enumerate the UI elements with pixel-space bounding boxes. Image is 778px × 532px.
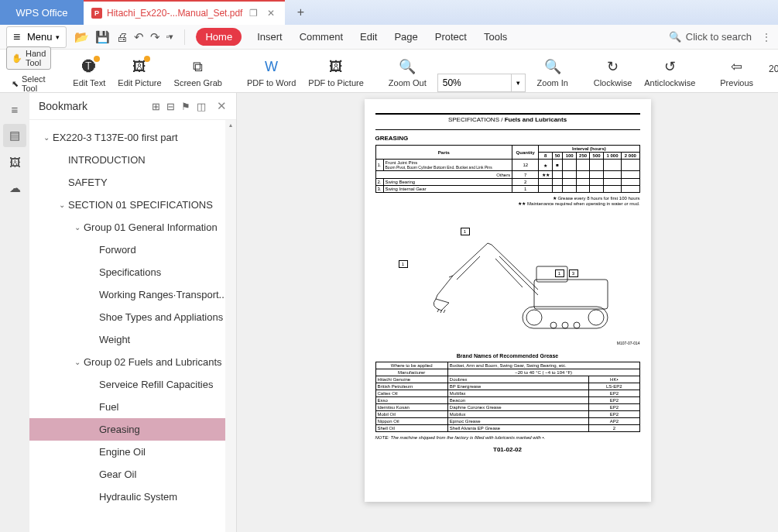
- bookmark-label: Fuel: [99, 401, 118, 413]
- page-number: T01-02-02: [375, 446, 640, 453]
- rail-bookmark-icon[interactable]: ▤: [3, 124, 26, 147]
- bookmark-item[interactable]: ⌄Group 01 General Information: [29, 216, 236, 239]
- previous-button[interactable]: ⇦ Previous: [714, 54, 759, 92]
- menu-page[interactable]: Page: [392, 26, 419, 47]
- undo-icon[interactable]: ↶: [134, 30, 144, 44]
- rotate-cw-icon: ↻: [603, 57, 622, 76]
- document-tab[interactable]: P Hitachi_Ex220-...Manual_Set.pdf ❐ ✕: [84, 0, 285, 25]
- bookmark-label: SAFETY: [68, 177, 108, 188]
- previous-label: Previous: [720, 78, 753, 88]
- tab-restore-icon[interactable]: ❐: [247, 8, 260, 19]
- footnote: NOTE: The machine shipped from the facto…: [375, 435, 640, 440]
- rotate-ccw-icon: ↺: [660, 57, 679, 76]
- more-icon[interactable]: ⋮: [761, 31, 772, 43]
- edit-picture-label: Edit Picture: [118, 78, 161, 88]
- app-name: WPS Office: [0, 0, 84, 25]
- save-icon[interactable]: 💾: [95, 30, 110, 44]
- bookmark-item[interactable]: Hydraulic System: [29, 486, 236, 508]
- chevron-down-icon[interactable]: ⌄: [71, 223, 84, 232]
- menu-insert[interactable]: Insert: [255, 26, 284, 47]
- bookmark-item[interactable]: SAFETY: [29, 171, 236, 194]
- screen-grab-button[interactable]: ⧉ Screen Grab: [168, 54, 228, 92]
- edit-text-button[interactable]: 🅣 Edit Text: [67, 54, 111, 92]
- bookmark-item[interactable]: Weight: [29, 328, 236, 351]
- zoom-out-button[interactable]: 🔍 Zoom Out: [382, 54, 433, 92]
- zoom-input[interactable]: [437, 74, 512, 92]
- chevron-down-icon[interactable]: ⌄: [56, 201, 68, 209]
- bookmark-item[interactable]: INTRODUCTION: [29, 149, 236, 171]
- bookmark-add-icon[interactable]: ⚑: [181, 101, 190, 112]
- menu-button[interactable]: Menu ▾: [6, 26, 67, 48]
- bookmark-label: EX220-3 T137E-00 first part: [53, 132, 178, 143]
- svg-point-4: [562, 322, 568, 328]
- svg-line-9: [457, 256, 480, 280]
- bookmark-ribbon-icon[interactable]: ◫: [197, 101, 206, 112]
- qat-more-icon[interactable]: ▫▾: [166, 32, 174, 42]
- bookmark-item[interactable]: Engine Oil: [29, 441, 236, 463]
- search-icon: 🔍: [669, 31, 681, 43]
- brands-table: Where to be appliedBucket, Arm and Boom,…: [375, 362, 640, 432]
- rail-thumbnail-icon[interactable]: 🖼: [3, 150, 26, 173]
- callout-1: 1: [399, 260, 408, 268]
- sidebar-close-icon[interactable]: ✕: [217, 99, 227, 113]
- bookmark-item[interactable]: ⌄SECTION 01 SPECIFICATIONS: [29, 194, 236, 216]
- bookmark-collapse-icon[interactable]: ⊟: [166, 101, 175, 112]
- bookmark-label: Gear Oil: [99, 469, 136, 480]
- menu-edit[interactable]: Edit: [358, 26, 379, 47]
- redo-icon[interactable]: ↷: [150, 30, 160, 44]
- bookmark-item[interactable]: Fuel: [29, 396, 236, 418]
- rail-attachment-icon[interactable]: ☁: [3, 177, 26, 200]
- bookmark-label: Working Ranges·Transport...: [99, 289, 227, 300]
- pdf-to-picture-button[interactable]: 🖼 PDF to Picture: [302, 54, 370, 92]
- bookmark-label: Group 02 Fuels and Lubricants: [84, 356, 222, 368]
- screen-grab-label: Screen Grab: [174, 78, 222, 88]
- bookmark-expand-icon[interactable]: ⊞: [152, 101, 160, 112]
- bookmark-item[interactable]: ⌄EX220-3 T137E-00 first part: [29, 126, 236, 149]
- bookmark-item[interactable]: Serveice Refill Capacities: [29, 373, 236, 396]
- print-icon[interactable]: 🖨: [116, 30, 128, 43]
- rail-collapse-icon[interactable]: ≡: [3, 98, 26, 121]
- menu-home[interactable]: Home: [196, 28, 242, 46]
- rotate-cw-label: Clockwise: [594, 78, 632, 88]
- chevron-down-icon: ▾: [56, 33, 60, 41]
- bookmark-label: SECTION 01 SPECIFICATIONS: [68, 199, 213, 211]
- bookmark-item[interactable]: Forword: [29, 239, 236, 261]
- bookmark-label: Specifications: [99, 266, 161, 278]
- previous-icon: ⇦: [728, 57, 746, 76]
- edit-text-icon: 🅣: [80, 57, 98, 76]
- zoom-out-label: Zoom Out: [389, 78, 427, 88]
- svg-point-5: [574, 322, 580, 328]
- callout-3: 3: [569, 269, 578, 277]
- bookmark-item[interactable]: Gear Oil: [29, 463, 236, 486]
- sidebar-scrollbar[interactable]: ▴: [225, 120, 236, 532]
- bookmark-item[interactable]: ⌄Group 02 Fuels and Lubricants: [29, 351, 236, 373]
- rotate-cw-button[interactable]: ↻ Clockwise: [588, 54, 639, 92]
- menu-comment[interactable]: Comment: [298, 26, 344, 47]
- svg-point-2: [588, 310, 604, 325]
- select-tool-button[interactable]: ⬉ Select Tool: [6, 72, 51, 95]
- bookmark-label: Forword: [99, 244, 136, 256]
- bookmark-item[interactable]: Specifications: [29, 261, 236, 283]
- bookmark-label: Engine Oil: [99, 446, 146, 458]
- hand-tool-button[interactable]: ✋ Hand Tool: [6, 46, 51, 70]
- chevron-down-icon[interactable]: ⌄: [71, 358, 84, 366]
- pdf-icon: P: [91, 8, 102, 19]
- tab-close-icon[interactable]: ✕: [265, 8, 277, 19]
- bookmark-item[interactable]: Greasing: [29, 418, 236, 441]
- bookmark-item[interactable]: Shoe Types and Appliations: [29, 306, 236, 328]
- open-icon[interactable]: 📂: [74, 30, 89, 44]
- diagram-ref: M107-07-014: [617, 341, 640, 345]
- zoom-dropdown[interactable]: ▾: [512, 74, 526, 92]
- bookmark-item[interactable]: Working Ranges·Transport...: [29, 283, 236, 306]
- chevron-down-icon[interactable]: ⌄: [40, 133, 53, 142]
- edit-picture-button[interactable]: 🖼 Edit Picture: [111, 54, 167, 92]
- select-tool-label: Select Tool: [22, 74, 46, 93]
- document-viewport[interactable]: SPECIFICATIONS / Fuels and Lubricants GR…: [237, 93, 778, 532]
- search-button[interactable]: 🔍 Click to search ⋮: [669, 31, 772, 43]
- menu-protect[interactable]: Protect: [434, 26, 468, 47]
- new-tab-button[interactable]: +: [285, 0, 316, 25]
- menu-tools[interactable]: Tools: [482, 26, 509, 47]
- pdf-to-word-button[interactable]: W PDF to Word: [241, 54, 302, 92]
- rotate-ccw-button[interactable]: ↺ Anticlockwise: [638, 54, 701, 92]
- zoom-in-button[interactable]: 🔍 Zoom In: [530, 54, 575, 92]
